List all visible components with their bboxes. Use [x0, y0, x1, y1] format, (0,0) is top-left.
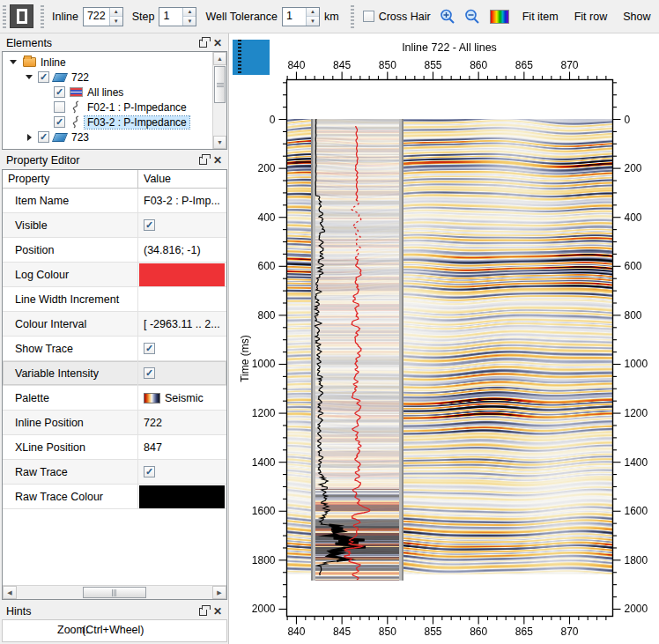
scrollbar-thumb[interactable]: [83, 587, 145, 598]
value-checkbox[interactable]: ✓: [144, 367, 155, 379]
well-tolerance-label: Well Tolerance: [205, 11, 278, 23]
spin-down-icon[interactable]: ▼: [307, 16, 319, 26]
property-value[interactable]: ✓: [138, 213, 226, 237]
scroll-left-icon[interactable]: ◀: [3, 586, 17, 599]
scroll-right-icon[interactable]: ▶: [212, 586, 226, 599]
property-row-inline-position[interactable]: Inline Position722: [3, 411, 226, 435]
collapse-arrow-icon[interactable]: [26, 75, 33, 79]
hints-panel: Hints ✕ Zoom:(Ctrl+Wheel): [2, 603, 227, 642]
property-name: XLine Position: [3, 435, 138, 459]
step-spinbox[interactable]: 1 ▲▼: [159, 7, 196, 26]
property-value[interactable]: F03-2 : P-Imp...: [138, 189, 226, 212]
value-checkbox[interactable]: ✓: [144, 466, 155, 477]
toolbar-grip[interactable]: [351, 5, 354, 28]
crosshair-checkbox[interactable]: [363, 11, 374, 22]
fit-item-button[interactable]: Fit item: [522, 11, 559, 23]
property-value[interactable]: [ -2963.11 .. 2...: [138, 312, 226, 336]
colour-swatch[interactable]: [139, 263, 225, 286]
value-checkbox[interactable]: ✓: [144, 219, 155, 231]
section-display-button[interactable]: [10, 4, 33, 28]
scroll-down-icon[interactable]: ▼: [213, 136, 226, 149]
property-row-visible[interactable]: Visible✓: [3, 213, 226, 238]
property-row-item-name[interactable]: Item NameF03-2 : P-Imp...: [3, 189, 226, 213]
spin-down-icon[interactable]: ▼: [183, 16, 196, 26]
close-panel-button[interactable]: ✕: [211, 605, 224, 618]
property-row-log-colour[interactable]: Log Colour: [3, 263, 226, 287]
tree-item-722[interactable]: ✓722: [3, 70, 212, 85]
float-panel-button[interactable]: [196, 605, 209, 618]
property-name: Line Width Increment: [3, 287, 138, 311]
property-name: Log Colour: [3, 263, 138, 286]
colour-palette-icon[interactable]: [490, 10, 509, 24]
close-panel-button[interactable]: ✕: [211, 154, 224, 167]
elements-panel-titlebar: Elements ✕: [2, 35, 227, 51]
property-value[interactable]: [138, 287, 226, 311]
property-row-position[interactable]: Position(34.816; -1): [3, 238, 226, 263]
property-row-xline-position[interactable]: XLine Position847: [3, 435, 226, 460]
tree-item-f03-2-p-impedance[interactable]: ✓F03-2 : P-Impedance: [3, 115, 212, 130]
inline-value[interactable]: 722: [84, 8, 109, 26]
spin-down-icon[interactable]: ▼: [110, 16, 122, 26]
step-label: Step: [132, 11, 155, 23]
tree-item-f02-1-p-impedance[interactable]: F02-1 : P-Impedance: [3, 100, 212, 115]
colour-swatch[interactable]: [139, 485, 225, 508]
inline-slice-icon: [52, 133, 68, 142]
zoom-in-button[interactable]: [439, 8, 456, 26]
scroll-up-icon[interactable]: ▲: [213, 52, 226, 65]
visibility-checkbox[interactable]: ✓: [38, 71, 49, 83]
float-panel-button[interactable]: [196, 154, 209, 167]
visibility-checkbox[interactable]: ✓: [54, 86, 65, 98]
spin-up-icon[interactable]: ▲: [183, 8, 196, 17]
elements-scrollbar[interactable]: ▲ ▼: [212, 52, 226, 149]
property-value[interactable]: [138, 485, 226, 508]
visibility-checkbox[interactable]: [54, 101, 65, 113]
property-value[interactable]: (34.816; -1): [138, 238, 226, 262]
value-text: (34.816; -1): [144, 244, 201, 256]
float-panel-button[interactable]: [196, 37, 209, 49]
property-value[interactable]: ✓: [138, 337, 226, 360]
fit-row-button[interactable]: Fit row: [574, 11, 608, 23]
property-value[interactable]: Seismic: [138, 386, 226, 410]
toolbar-grip[interactable]: [3, 5, 6, 28]
property-row-show-trace[interactable]: Show Trace✓: [3, 337, 226, 361]
inline-spinbox[interactable]: 722 ▲▼: [83, 7, 123, 26]
property-row-line-width-increment[interactable]: Line Width Increment: [3, 287, 226, 312]
application-window: Inline 722 ▲▼ Step 1 ▲▼ Well Tolerance 1…: [0, 0, 659, 644]
property-row-raw-trace-colour[interactable]: Raw Trace Colour: [3, 485, 226, 509]
property-row-colour-interval[interactable]: Colour Interval[ -2963.11 .. 2...: [3, 312, 226, 337]
close-panel-button[interactable]: ✕: [211, 37, 224, 49]
folder-icon: [23, 57, 36, 67]
survey-overview-map[interactable]: [233, 40, 270, 75]
inline-marker-icon: [238, 40, 241, 75]
visibility-checkbox[interactable]: ✓: [54, 116, 65, 128]
property-row-palette[interactable]: PaletteSeismic: [3, 386, 226, 411]
collapse-arrow-icon[interactable]: [10, 60, 17, 64]
well-log-icon: [70, 115, 82, 129]
tree-item-all-lines[interactable]: ✓All lines: [3, 85, 212, 100]
property-hscrollbar[interactable]: ◀ ▶: [3, 585, 226, 599]
spin-up-icon[interactable]: ▲: [307, 8, 319, 17]
toolbar-grip[interactable]: [41, 5, 44, 28]
step-value[interactable]: 1: [159, 8, 182, 26]
property-row-raw-trace[interactable]: Raw Trace✓: [3, 460, 226, 485]
seismic-section-view[interactable]: [287, 80, 612, 616]
property-value[interactable]: 722: [138, 411, 226, 434]
property-value[interactable]: ✓: [138, 361, 226, 385]
spin-up-icon[interactable]: ▲: [110, 8, 122, 17]
visibility-checkbox[interactable]: ✓: [38, 131, 49, 143]
expand-arrow-icon[interactable]: [27, 134, 32, 141]
zoom-out-button[interactable]: [463, 8, 481, 26]
show-button[interactable]: Show: [623, 11, 650, 23]
property-row-variable-intensity[interactable]: Variable Intensity✓: [3, 361, 226, 386]
property-value[interactable]: 847: [138, 435, 226, 459]
crosshair-label: Cross Hair: [379, 11, 431, 23]
tree-item-723[interactable]: ✓723: [3, 130, 212, 144]
value-checkbox[interactable]: ✓: [144, 343, 155, 354]
well-tolerance-spinbox[interactable]: 1 ▲▼: [282, 7, 320, 26]
property-value[interactable]: [138, 263, 226, 286]
property-value[interactable]: ✓: [138, 460, 226, 484]
tree-item-inline[interactable]: Inline: [3, 55, 212, 70]
well-tolerance-value[interactable]: 1: [283, 8, 306, 26]
section-icon: [17, 9, 27, 24]
scrollbar-thumb[interactable]: [214, 66, 226, 103]
